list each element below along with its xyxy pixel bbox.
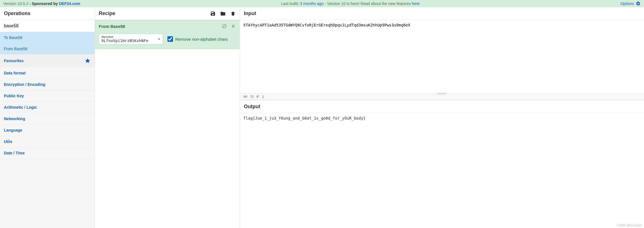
category-data-format[interactable]: Data format [0, 67, 95, 79]
recipe-title-bar: Recipe [95, 7, 240, 20]
remove-non-alpha-checkbox[interactable] [167, 36, 173, 42]
output-panel: Output flag{Jue_1_ju3_Y0ung_and_G0at_1s_… [240, 100, 644, 123]
input-textarea[interactable] [240, 20, 644, 93]
input-lines: 1 [262, 95, 264, 99]
last-build-link[interactable]: 3 months ago [300, 1, 324, 6]
input-title-bar: Input [240, 7, 644, 20]
category-networking[interactable]: Networking [0, 113, 95, 125]
output-text: flag{Jue_1_ju3_Y0ung_and_G0at_1s_go0d_fo… [240, 113, 644, 123]
operation-result-to-base58[interactable]: To Base58 [0, 32, 95, 43]
watermark: CSDN @Sciurdae [617, 224, 642, 227]
favourites-label: Favourites [4, 59, 24, 63]
gear-icon[interactable] [636, 1, 641, 6]
star-icon [85, 58, 91, 64]
last-build-prefix: Last build: [281, 1, 300, 6]
chevron-down-icon[interactable]: ▼ [156, 38, 160, 41]
banner-right: Options [621, 1, 641, 6]
category-arithmetic-logic[interactable]: Arithmetic / Logic [0, 102, 95, 113]
abc-icon: ABC [243, 96, 248, 98]
recipe-panel: Recipe From Base58 Alphabet 9LfnoVpi [95, 7, 240, 228]
op-result-prefix: From [4, 47, 14, 51]
operations-search-input[interactable] [0, 20, 95, 32]
category-encryption-encoding[interactable]: Encryption / Encoding [0, 79, 95, 90]
sponsor-link[interactable]: DEF24.com [59, 1, 80, 6]
svg-rect-3 [234, 25, 234, 28]
lines-icon [256, 95, 260, 99]
version-prefix: Version [3, 1, 18, 6]
output-title-text: Output [244, 104, 260, 110]
version-number: 10.5.2 [18, 1, 28, 6]
banner-left: Version 10.5.2 - Sponsored by DEF24.com [3, 1, 80, 6]
banner-center: Last build: 3 months ago - Version 10 is… [281, 1, 420, 6]
op-result-prefix: To [4, 35, 9, 40]
sponsored-label: - Sponsored by [28, 1, 59, 6]
folder-icon[interactable] [220, 11, 226, 16]
category-utils[interactable]: Utils [0, 136, 95, 147]
remove-non-alpha-label: Remove non-alphabet chars [175, 37, 228, 42]
input-length: 71 [250, 95, 254, 99]
alphabet-value: 9LfnoVpi1HrzBSKxhNFe [101, 38, 152, 43]
trash-icon[interactable] [230, 11, 236, 16]
category-date-time[interactable]: Date / Time [0, 147, 95, 159]
recipe-operation: From Base58 Alphabet 9LfnoVpi1HrzBSKxhNF… [95, 20, 240, 49]
input-panel: Input ABC 71 1 [240, 7, 644, 100]
output-title-bar: Output [240, 100, 644, 113]
svg-line-1 [223, 25, 226, 28]
input-status-bar: ABC 71 1 [240, 93, 644, 100]
alphabet-label: Alphabet [101, 35, 156, 38]
operations-title-text: Operations [4, 11, 30, 16]
io-column: Input ABC 71 1 Output flag{Jue_1_ju3_Y0u… [240, 7, 644, 228]
new-features-link[interactable]: here [412, 1, 420, 6]
op-result-match: Base58 [9, 35, 22, 40]
pause-icon[interactable] [231, 24, 236, 29]
operation-result-from-base58[interactable]: From Base58 [0, 43, 95, 54]
operations-title: Operations [0, 7, 95, 20]
input-title-text: Input [244, 11, 256, 16]
svg-rect-2 [232, 25, 233, 28]
options-link[interactable]: Options [621, 1, 634, 6]
alphabet-dropdown[interactable]: Alphabet 9LfnoVpi1HrzBSKxhNFe ▼ [99, 34, 163, 44]
save-icon[interactable] [210, 11, 216, 16]
favourites-category[interactable]: Favourites [0, 54, 95, 67]
remove-non-alpha-checkbox-wrap[interactable]: Remove non-alphabet chars [167, 36, 228, 42]
resize-handle[interactable] [437, 93, 447, 94]
banner-center-tail: - Version 10 is here! Read about the new… [324, 1, 412, 6]
recipe-title-text: Recipe [99, 11, 115, 16]
op-result-match: Base58 [14, 47, 27, 51]
operations-panel: Operations To Base58 From Base58 Favouri… [0, 7, 95, 228]
category-public-key[interactable]: Public Key [0, 90, 95, 102]
category-language[interactable]: Language [0, 125, 95, 136]
disable-icon[interactable] [222, 24, 227, 29]
top-banner: Version 10.5.2 - Sponsored by DEF24.com … [0, 0, 644, 7]
recipe-op-name: From Base58 [99, 24, 125, 29]
